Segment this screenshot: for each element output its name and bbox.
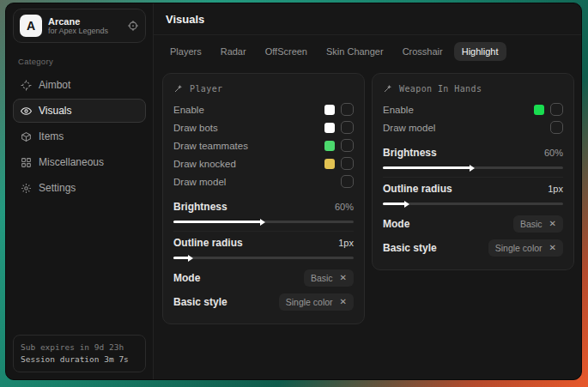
app-header-card: A Arcane for Apex Legends bbox=[13, 9, 146, 43]
setting-row-draw-knocked: Draw knocked bbox=[173, 154, 354, 172]
setting-row-enable: Enable bbox=[383, 100, 563, 118]
select-label: Basic style bbox=[383, 242, 488, 254]
select-tag[interactable]: Single color✕ bbox=[279, 293, 354, 311]
sidebar-item-label: Items bbox=[39, 130, 64, 142]
checkbox[interactable] bbox=[341, 121, 354, 134]
tab-offscreen[interactable]: OffScreen bbox=[258, 42, 315, 61]
clear-icon[interactable]: ✕ bbox=[340, 298, 347, 306]
slider-value: 60% bbox=[544, 148, 563, 158]
tab-bar: PlayersRadarOffScreenSkin ChangerCrossha… bbox=[154, 35, 582, 66]
app-subtitle: for Apex Legends bbox=[48, 27, 121, 35]
clear-icon[interactable]: ✕ bbox=[549, 244, 556, 252]
clear-icon[interactable]: ✕ bbox=[549, 220, 556, 228]
slider-track[interactable] bbox=[383, 203, 563, 205]
checkbox[interactable] bbox=[550, 103, 563, 116]
sidebar-item-visuals[interactable]: Visuals bbox=[13, 99, 146, 123]
sidebar-item-aimbot[interactable]: Aimbot bbox=[13, 73, 146, 97]
checkbox[interactable] bbox=[550, 121, 563, 134]
setting-row-draw-model: Draw model bbox=[173, 172, 354, 190]
select-row-basic-style: Basic styleSingle color✕ bbox=[383, 237, 563, 259]
sidebar-item-miscellaneous[interactable]: Miscellaneous bbox=[13, 150, 146, 174]
slider-value: 1px bbox=[338, 238, 354, 248]
select-label: Mode bbox=[173, 272, 304, 284]
checkbox[interactable] bbox=[341, 175, 354, 188]
setting-label: Draw bots bbox=[173, 123, 324, 133]
setting-label: Draw teammates bbox=[173, 141, 324, 151]
tab-players[interactable]: Players bbox=[162, 42, 209, 61]
select-value: Single color bbox=[286, 297, 333, 307]
category-label: Category bbox=[18, 57, 141, 66]
slider-thumb[interactable] bbox=[404, 201, 409, 208]
page-title: Visuals bbox=[166, 13, 571, 26]
slider-fill bbox=[383, 203, 406, 205]
slider-thumb[interactable] bbox=[188, 255, 193, 262]
tab-skin-changer[interactable]: Skin Changer bbox=[318, 42, 391, 61]
slider-track[interactable] bbox=[173, 257, 354, 259]
slider-label: Outline radius bbox=[383, 183, 548, 195]
setting-label: Enable bbox=[173, 105, 324, 115]
app-name: Arcane bbox=[48, 16, 121, 27]
panel-weapon-in-hands: Weapon In HandsEnableDraw modelBrightnes… bbox=[372, 73, 574, 270]
select-value: Basic bbox=[311, 273, 333, 283]
select-label: Mode bbox=[383, 218, 513, 230]
sidebar-item-label: Settings bbox=[39, 182, 76, 194]
select-tag[interactable]: Basic✕ bbox=[513, 215, 563, 233]
checkbox[interactable] bbox=[341, 157, 354, 170]
sidebar-item-items[interactable]: Items bbox=[13, 124, 146, 148]
tab-radar[interactable]: Radar bbox=[213, 42, 254, 61]
subscription-box: Sub expires in 9d 23h Session duration 3… bbox=[13, 335, 146, 373]
slider-brightness: Brightness60% bbox=[173, 196, 354, 223]
slider-outline-radius: Outline radius1px bbox=[173, 231, 354, 259]
tab-highlight[interactable]: Highlight bbox=[454, 42, 506, 61]
select-row-basic-style: Basic styleSingle color✕ bbox=[173, 291, 354, 313]
color-swatch[interactable] bbox=[324, 141, 335, 151]
setting-label: Draw model bbox=[383, 123, 550, 133]
target-icon[interactable] bbox=[127, 20, 139, 32]
eye-icon bbox=[20, 106, 32, 117]
panels-container: PlayerEnableDraw botsDraw teammatesDraw … bbox=[154, 66, 582, 331]
slider-thumb[interactable] bbox=[260, 219, 265, 226]
sidebar-item-label: Miscellaneous bbox=[39, 156, 104, 168]
setting-row-draw-model: Draw model bbox=[383, 118, 563, 136]
grid-icon bbox=[20, 157, 32, 168]
slider-track[interactable] bbox=[173, 221, 354, 223]
select-value: Basic bbox=[520, 219, 543, 229]
slider-track[interactable] bbox=[383, 166, 563, 169]
wand-icon bbox=[383, 83, 393, 94]
sidebar-item-settings[interactable]: Settings bbox=[13, 176, 146, 200]
color-swatch[interactable] bbox=[324, 123, 335, 133]
checkbox[interactable] bbox=[341, 103, 354, 116]
color-swatch[interactable] bbox=[534, 105, 544, 115]
checkbox[interactable] bbox=[341, 139, 354, 152]
color-swatch[interactable] bbox=[324, 105, 335, 115]
sidebar-nav: AimbotVisualsItemsMiscellaneousSettings bbox=[13, 73, 146, 200]
box-icon bbox=[20, 131, 32, 142]
panel-player: PlayerEnableDraw botsDraw teammatesDraw … bbox=[162, 73, 365, 324]
color-swatch[interactable] bbox=[324, 159, 335, 169]
slider-thumb[interactable] bbox=[470, 165, 475, 172]
slider-brightness: Brightness60% bbox=[383, 142, 563, 169]
desktop-background: A Arcane for Apex Legends Category Aimbo… bbox=[0, 0, 588, 387]
clear-icon[interactable]: ✕ bbox=[340, 274, 347, 282]
select-tag[interactable]: Single color✕ bbox=[488, 239, 563, 257]
gear-icon bbox=[20, 183, 32, 194]
main-content: Visuals PlayersRadarOffScreenSkin Change… bbox=[154, 3, 582, 379]
slider-fill bbox=[383, 166, 471, 169]
panel-title: Player bbox=[190, 84, 223, 94]
setting-row-draw-bots: Draw bots bbox=[173, 118, 354, 136]
select-value: Single color bbox=[495, 243, 543, 253]
sidebar-item-label: Aimbot bbox=[39, 79, 70, 91]
select-row-mode: ModeBasic✕ bbox=[173, 267, 354, 289]
crosshair-icon bbox=[20, 80, 32, 91]
tab-crosshair[interactable]: Crosshair bbox=[395, 42, 451, 61]
select-tag[interactable]: Basic✕ bbox=[304, 269, 354, 287]
setting-label: Draw knocked bbox=[173, 159, 324, 169]
setting-label: Enable bbox=[383, 105, 534, 115]
slider-value: 1px bbox=[548, 184, 563, 194]
app-logo: A bbox=[20, 15, 42, 37]
select-row-mode: ModeBasic✕ bbox=[383, 213, 563, 235]
setting-row-enable: Enable bbox=[173, 100, 354, 118]
setting-row-draw-teammates: Draw teammates bbox=[173, 136, 354, 154]
slider-label: Brightness bbox=[383, 147, 544, 159]
sub-expiry-text: Sub expires in 9d 23h bbox=[21, 342, 138, 354]
